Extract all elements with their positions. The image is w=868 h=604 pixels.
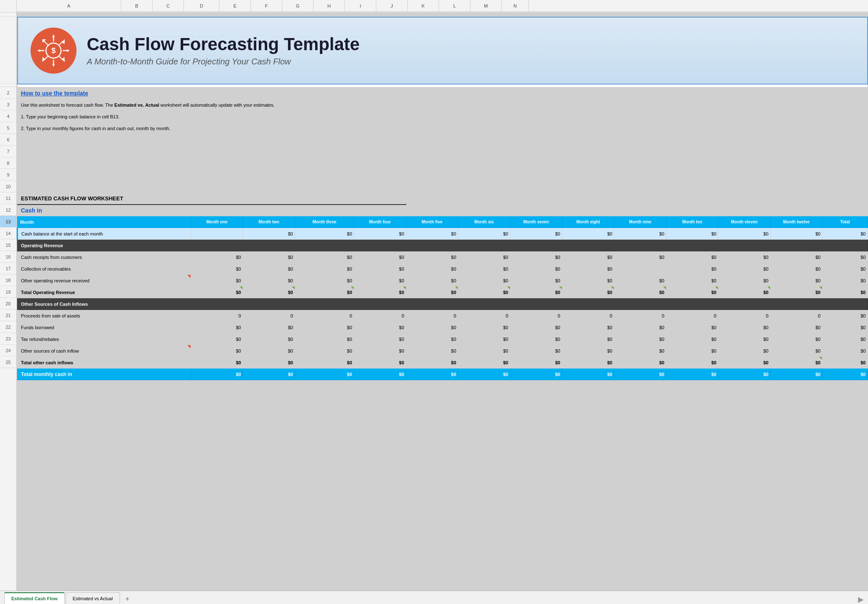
row-9 xyxy=(18,181,868,193)
row-num-24: 24 xyxy=(0,345,16,356)
col-header-8: Month eight xyxy=(562,216,614,228)
col-header-6: Month six xyxy=(458,216,510,228)
col-letter-L: L xyxy=(439,0,470,11)
col-letter-B: B xyxy=(121,0,153,11)
svg-marker-7 xyxy=(37,49,40,52)
instr-suffix: worksheet will automatically update with… xyxy=(159,102,275,107)
row-1 xyxy=(18,13,868,17)
other-sources-label: Other Sources of Cash Inflows xyxy=(18,298,868,310)
cash-balance-m9[interactable]: $0 xyxy=(614,228,666,240)
row-month-headers: Month Month one Month two Month three Mo… xyxy=(18,216,868,228)
other-inflow-label: Other sources of cash inflow xyxy=(18,345,191,357)
row-num-2: 2 xyxy=(0,87,16,99)
row-instructions-3: 2. Type in your monthly figures for cash… xyxy=(18,123,868,134)
col-letter-E: E xyxy=(220,0,251,11)
row-other-inflow[interactable]: Other sources of cash inflow $0 $0 $0 $0… xyxy=(18,345,868,357)
row-cash-receipts[interactable]: Cash receipts from customers $0 $0 $0 $0… xyxy=(18,251,868,263)
scroll-right-icon[interactable]: ▶ xyxy=(858,595,864,604)
row-total-monthly-in: Total monthly cash in $0 $0 $0 $0 $0 $0 … xyxy=(18,369,868,380)
cash-receipts-label: Cash receipts from customers xyxy=(18,251,191,263)
row-instructions-1: Use this worksheet to forecast cash flow… xyxy=(18,99,868,111)
col-header-total: Total xyxy=(822,216,868,228)
row-spacer xyxy=(18,84,868,87)
col-header-9: Month nine xyxy=(614,216,666,228)
col-letter-G: G xyxy=(282,0,314,11)
svg-marker-9 xyxy=(67,49,70,52)
row-tax-refund[interactable]: Tax refund/rebates $0 $0 $0 $0 $0 $0 $0 … xyxy=(18,333,868,345)
cash-balance-m11[interactable]: $0 xyxy=(718,228,770,240)
cash-balance-total[interactable]: $0 xyxy=(822,228,868,240)
tab-estimated-cash-flow[interactable]: Estimated Cash Flow xyxy=(4,592,65,604)
col-letter-row: ABCDEFGHIJKLMN xyxy=(17,0,868,12)
row-num-10: 10 xyxy=(0,181,16,192)
col-letter-H: H xyxy=(314,0,345,11)
header-text: Cash Flow Forecasting Template A Month-t… xyxy=(87,34,360,67)
tax-label: Tax refund/rebates xyxy=(18,333,191,345)
tab-estimated-vs-actual[interactable]: Estimated vs Actual xyxy=(66,592,120,604)
cash-balance-m1[interactable] xyxy=(191,228,243,240)
main-title: Cash Flow Forecasting Template xyxy=(87,34,360,54)
row-8 xyxy=(18,169,868,181)
row-num-11: 11 xyxy=(0,192,16,204)
cash-balance-m6[interactable]: $0 xyxy=(458,228,510,240)
col-header-10: Month ten xyxy=(666,216,718,228)
row-num-18: 18 xyxy=(0,274,16,286)
row-num-12: 12 xyxy=(0,204,16,216)
col-header-3: Month three xyxy=(295,216,354,228)
cash-balance-m4[interactable]: $0 xyxy=(354,228,406,240)
cash-balance-m8[interactable]: $0 xyxy=(562,228,614,240)
scrollbar-area: ▶ xyxy=(858,595,868,604)
svg-text:$: $ xyxy=(51,46,55,55)
svg-marker-11 xyxy=(62,39,65,44)
row-num-8: 8 xyxy=(0,157,16,169)
total-other-label: Total other cash inflows xyxy=(18,357,191,369)
row-num-x xyxy=(0,17,16,84)
cash-balance-m10[interactable]: $0 xyxy=(666,228,718,240)
row-how-to-heading: How to use the template xyxy=(18,87,868,99)
instr-line2: 1. Type your beginning cash balance in c… xyxy=(18,111,868,123)
instr-prefix: Use this worksheet to forecast cash flow… xyxy=(21,102,115,107)
cash-balance-m12[interactable]: $0 xyxy=(770,228,822,240)
row-num-x xyxy=(0,13,16,17)
row-other-operating[interactable]: Other operating revenue received $0 $0 $… xyxy=(18,275,868,287)
svg-marker-3 xyxy=(52,34,55,37)
worksheet-title: ESTIMATED CASH FLOW WORKSHEET xyxy=(21,195,123,202)
cash-balance-m5[interactable]: $0 xyxy=(406,228,458,240)
col-header-2: Month two xyxy=(243,216,295,228)
row-num-21: 21 xyxy=(0,310,16,321)
row-collection[interactable]: Collection of receivables $0 $0 $0 $0 $0… xyxy=(18,263,868,275)
row-num-6: 6 xyxy=(0,134,16,146)
col-letter-K: K xyxy=(408,0,439,11)
total-monthly-in-label: Total monthly cash in xyxy=(18,369,191,380)
other-operating-label: Other operating revenue received xyxy=(18,275,191,287)
row-funds-borrowed[interactable]: Funds borrowed $0 $0 $0 $0 $0 $0 $0 $0 $… xyxy=(18,322,868,333)
row-num-16: 16 xyxy=(0,251,16,263)
col-letter-A: A xyxy=(17,0,121,11)
svg-marker-13 xyxy=(42,57,45,62)
add-sheet-button[interactable]: + xyxy=(123,594,133,604)
logo-icon: $ xyxy=(37,34,70,67)
header-banner-row: $ xyxy=(18,17,868,84)
col-header-4: Month four xyxy=(354,216,406,228)
column-ruler: ABCDEFGHIJKLMN xyxy=(0,0,868,13)
subtitle: A Month-to-Month Guide for Projecting Yo… xyxy=(87,57,360,67)
row-proceeds[interactable]: Proceeds from sale of assets 0 0 0 0 0 0… xyxy=(18,310,868,322)
row-num-19: 19 xyxy=(0,286,16,298)
cash-balance-m2[interactable]: $0 xyxy=(243,228,295,240)
cash-balance-m3[interactable]: $0 xyxy=(295,228,354,240)
cash-balance-m7[interactable]: $0 xyxy=(510,228,562,240)
proceeds-label: Proceeds from sale of assets xyxy=(18,310,191,322)
row-other-sources-heading: Other Sources of Cash Inflows xyxy=(18,298,868,310)
col-letter-J: J xyxy=(376,0,408,11)
col-letter-M: M xyxy=(470,0,502,11)
col-letter-D: D xyxy=(184,0,220,11)
col-header-month: Month xyxy=(18,216,191,228)
col-header-1: Month one xyxy=(191,216,243,228)
tab-bar: Estimated Cash Flow Estimated vs Actual … xyxy=(0,591,868,604)
col-header-7: Month seven xyxy=(510,216,562,228)
operating-revenue-label: Operating Revenue xyxy=(18,240,868,251)
row-number-gutter: 2345678910111213141516171819202122232425 xyxy=(0,13,17,591)
collection-label: Collection of receivables xyxy=(18,263,191,275)
total-operating-label: Total Operating Revenue xyxy=(18,287,191,298)
row-cash-balance[interactable]: Cash balance at the start of each month … xyxy=(18,228,868,240)
